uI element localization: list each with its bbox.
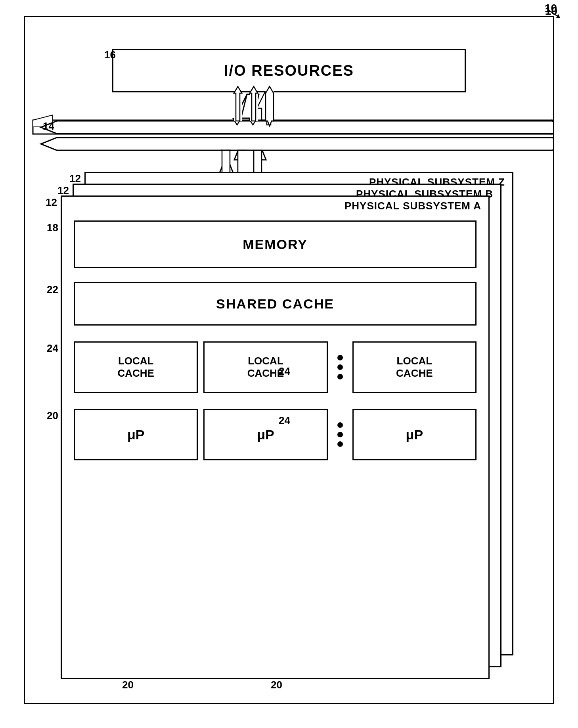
svg-marker-17	[266, 86, 274, 126]
dot-2	[337, 364, 343, 370]
ref-20-bottom-2: 20	[271, 679, 282, 691]
ref-12-label-b: 12	[57, 184, 69, 197]
shared-cache-label: SHARED CACHE	[216, 296, 334, 312]
ref-10-arrow	[536, 8, 560, 24]
dot-4	[337, 422, 343, 428]
ref-14-label: 14	[43, 120, 54, 132]
ref-16-label: 16	[104, 49, 116, 61]
diagram-frame: 10 I/O RESOURCES 16	[24, 16, 554, 704]
svg-marker-9	[257, 92, 273, 120]
ref-20-label-left: 20	[47, 410, 58, 422]
processor-box-1: μP	[74, 409, 198, 460]
processor-box-2: μP	[203, 409, 327, 460]
dot-5	[337, 432, 343, 437]
dots-separator-processor	[333, 422, 347, 447]
processor-label-2: μP	[257, 427, 274, 443]
local-cache-box-2: LOCALCACHE	[203, 341, 327, 393]
svg-rect-14	[250, 93, 258, 121]
io-resources-label: I/O RESOURCES	[224, 62, 354, 79]
svg-marker-10	[33, 120, 553, 134]
ref-22-label: 22	[47, 284, 58, 296]
memory-label: MEMORY	[243, 237, 308, 252]
svg-rect-12	[234, 93, 242, 121]
svg-marker-4	[235, 94, 253, 118]
ref-24-label-top: 24	[47, 342, 58, 354]
svg-marker-5	[241, 94, 259, 118]
ref-12-label-c: 12	[69, 172, 81, 185]
vertical-arrow-left	[235, 94, 259, 118]
physical-subsystem-a-label: PHYSICAL SUBSYSTEM A	[345, 200, 481, 212]
local-cache-row: LOCALCACHE LOCALCACHE LOCALCACHE	[74, 341, 477, 393]
dot-1	[337, 355, 343, 360]
dot-3	[337, 374, 343, 379]
ref-18-label: 18	[47, 222, 58, 234]
ref-24-bot-label: 24	[279, 414, 290, 427]
processor-label-1: μP	[127, 427, 144, 443]
ref-20-bottom-1: 20	[122, 679, 134, 691]
io-resources-box: I/O RESOURCES	[112, 49, 466, 92]
local-cache-box-3: LOCALCACHE	[352, 341, 477, 393]
memory-box: MEMORY	[74, 220, 477, 268]
local-cache-label-1: LOCALCACHE	[117, 355, 154, 379]
processor-label-3: μP	[406, 427, 423, 443]
svg-line-28	[548, 10, 558, 17]
ref-24-mid-label: 24	[279, 365, 290, 377]
local-cache-label-3: LOCALCACHE	[396, 355, 433, 379]
dot-6	[337, 441, 343, 447]
ref-12-label-a: 12	[46, 196, 57, 209]
processor-box-3: μP	[352, 409, 477, 460]
shared-cache-box: SHARED CACHE	[74, 282, 477, 326]
diagram-page: 10 I/O RESOURCES 16	[0, 0, 578, 728]
processor-row: μP μP μP	[74, 409, 477, 460]
dots-separator-local-cache	[333, 355, 347, 379]
local-cache-box-1: LOCALCACHE	[74, 341, 198, 393]
physical-subsystem-a: PHYSICAL SUBSYSTEM A MEMORY SHARED CACHE…	[61, 195, 490, 679]
